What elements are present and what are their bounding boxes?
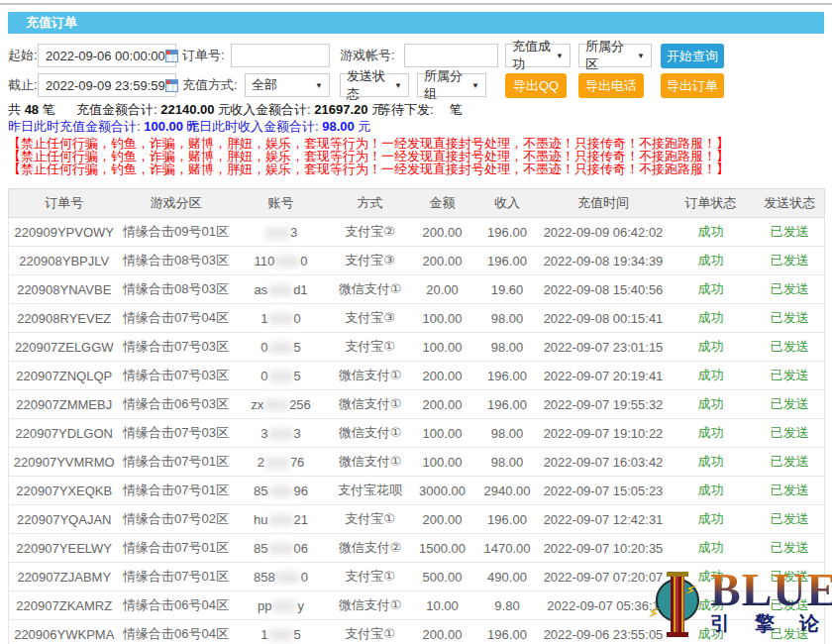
cell-zone: 情缘合击07号01区: [120, 534, 233, 563]
cell-income: 19.60: [474, 275, 541, 304]
cell-zone: 情缘合击07号01区: [120, 563, 233, 591]
cell-order-status: 成功: [667, 505, 756, 534]
game-account-label: 游戏帐号:: [340, 44, 395, 67]
cell-order-no: 220907ZELGGW: [9, 333, 120, 362]
cell-amount: 200.00: [411, 218, 474, 247]
cell-amount: 1500.00: [411, 534, 474, 563]
redaction-blur: [276, 572, 300, 584]
cell-income: 98.00: [474, 448, 541, 477]
cell-income: 9.80: [474, 591, 541, 620]
redaction-blur: [269, 514, 293, 526]
cell-account: 8506: [233, 534, 330, 563]
table-row: 220908YNAVBE 情缘合击08号03区 asd1 微信支付① 20.00…: [9, 275, 825, 304]
cell-income: 490.00: [474, 563, 541, 591]
cell-time: 2022-09-07 15:05:23: [541, 477, 667, 505]
start-date-input[interactable]: 2022-09-06 00:00:00: [38, 44, 176, 67]
start-date-value: 2022-09-06 00:00:00: [46, 49, 165, 63]
chevron-down-icon: ▼: [471, 81, 479, 90]
redaction-blur: [269, 313, 293, 325]
export-order-button[interactable]: 导出订单: [661, 73, 724, 98]
chevron-down-icon: ▼: [315, 81, 323, 90]
cell-time: 2022-09-07 10:20:35: [541, 534, 667, 563]
redaction-blur: [265, 227, 289, 239]
forum-watermark: ⚡ ⚡ BLUE 引 擎 论 坛: [654, 570, 832, 639]
cell-amount: 10.00: [411, 591, 474, 620]
pending-count: 等待下发:笔: [378, 101, 463, 119]
cell-amount: 500.00: [411, 563, 474, 591]
col-account: 账号: [233, 189, 330, 218]
cell-order-no: 220907YXEQKB: [9, 477, 120, 505]
chevron-down-icon: ▼: [556, 52, 564, 60]
cell-order-status: 成功: [667, 477, 756, 505]
cell-zone: 情缘合击07号01区: [120, 477, 233, 505]
yesterday-recharge-total: 昨日此时充值金额合计: 100.00 元: [8, 118, 200, 136]
cell-order-status: 成功: [667, 218, 756, 247]
cell-zone: 情缘合击08号03区: [120, 247, 233, 275]
zone-select[interactable]: 所属分区 ▼: [578, 44, 652, 67]
cell-method: 支付宝①: [330, 620, 411, 644]
lightning-icon: ⚡: [647, 604, 661, 621]
send-status-select[interactable]: 发送状态 ▼: [340, 73, 409, 97]
cell-zone: 情缘合击06号04区: [120, 620, 233, 644]
cell-send-status: 已发送: [756, 534, 825, 563]
cell-income: 196.00: [474, 218, 541, 247]
cell-time: 2022-09-08 19:34:39: [541, 247, 667, 275]
query-button[interactable]: 开始查询: [661, 44, 724, 68]
cell-order-status: 成功: [667, 247, 756, 275]
end-date-input[interactable]: 2022-09-09 23:59:59: [38, 73, 176, 97]
cell-income: 196.00: [474, 362, 541, 390]
col-time: 充值时间: [541, 189, 667, 218]
cell-order-no: 220908RYEVEZ: [9, 304, 120, 333]
cell-send-status: 已发送: [756, 304, 825, 333]
table-row: 220908RYEVEZ 情缘合击07号04区 10 支付宝③ 100.00 9…: [9, 304, 825, 333]
calendar-icon[interactable]: [165, 50, 178, 62]
cell-send-status: 已发送: [756, 390, 825, 419]
cell-method: 支付宝③: [330, 247, 411, 275]
cell-send-status: 已发送: [756, 505, 825, 534]
cell-account: 15: [233, 620, 330, 644]
recharge-status-select[interactable]: 充值成功 ▼: [505, 44, 571, 67]
pay-method-select[interactable]: 全部 ▼: [245, 73, 330, 97]
cell-send-status: 已发送: [756, 247, 825, 275]
cell-zone: 情缘合击07号01区: [120, 448, 233, 477]
col-order-no: 订单号: [9, 189, 120, 218]
export-qq-button[interactable]: 导出QQ: [505, 73, 567, 98]
cell-account: 10: [233, 304, 330, 333]
group-select-value: 所属分组: [424, 67, 468, 103]
col-income: 收入: [474, 189, 541, 218]
cell-send-status: 已发送: [756, 333, 825, 362]
cell-account: 05: [233, 362, 330, 390]
watermark-subtitle: 引 擎 论 坛: [710, 611, 832, 635]
pay-method-label: 充值方式:: [182, 73, 238, 97]
order-no-input[interactable]: [231, 44, 330, 67]
start-date-label: 起始:: [8, 44, 38, 67]
col-method: 方式: [330, 189, 411, 218]
cell-time: 2022-09-07 16:03:42: [541, 448, 667, 477]
cell-order-status: 成功: [667, 448, 756, 477]
cell-account: zx256: [233, 390, 330, 419]
cell-amount: 100.00: [411, 448, 474, 477]
table-row: 220907ZELGGW 情缘合击07号03区 05 支付宝① 100.00 9…: [9, 333, 825, 362]
cell-order-status: 成功: [667, 534, 756, 563]
col-status: 订单状态: [667, 189, 756, 218]
game-account-input[interactable]: [404, 44, 498, 67]
cell-order-status: 成功: [667, 304, 756, 333]
redaction-blur: [268, 284, 292, 296]
cell-method: 微信支付①: [330, 448, 411, 477]
calendar-icon[interactable]: [165, 79, 178, 92]
panel-header: 充值订单: [8, 12, 824, 34]
cell-order-status: 成功: [667, 390, 756, 419]
order-no-label: 订单号:: [182, 44, 225, 67]
cell-account: ppy: [233, 591, 330, 620]
group-select[interactable]: 所属分组 ▼: [417, 73, 486, 97]
redaction-blur: [269, 428, 293, 440]
table-row: 220908YBPJLV 情缘合击08号03区 1100 支付宝③ 200.00…: [9, 247, 825, 275]
cell-zone: 情缘合击07号03区: [120, 419, 233, 448]
export-phone-button[interactable]: 导出电话: [578, 73, 644, 98]
cell-account: 33: [233, 419, 330, 448]
cell-time: 2022-09-07 12:42:31: [541, 505, 667, 534]
cell-order-no: 220907ZKAMRZ: [9, 591, 120, 620]
cell-income: 196.00: [474, 390, 541, 419]
cell-zone: 情缘合击08号03区: [120, 275, 233, 304]
recharge-total: 充值金额合计: 22140.00 元: [76, 101, 231, 119]
